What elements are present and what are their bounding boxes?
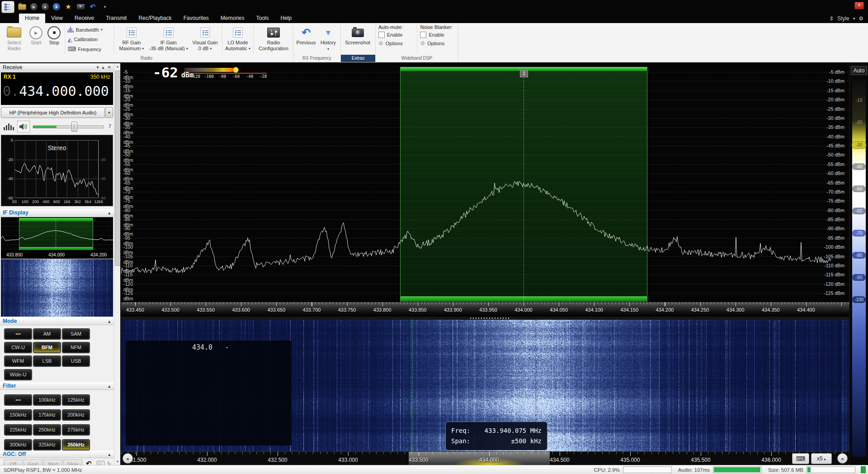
if-waterfall[interactable] (1, 259, 113, 317)
equalizer-icon[interactable] (4, 122, 14, 130)
tuned-frequency-digits[interactable]: 0.434.000.000 (3, 83, 111, 99)
collapse-icon[interactable]: ▴ (108, 318, 110, 326)
filter-button-150khz[interactable]: 150kHz (5, 410, 32, 420)
if-gain-button[interactable]: IF Gain -35 dB (Manual) ▾ (147, 24, 190, 55)
style-menu[interactable]: Style (837, 15, 849, 22)
colorbar-tick[interactable]: -100 (852, 296, 866, 303)
colorbar-tick[interactable]: -40 (852, 163, 866, 170)
filter-button-275khz[interactable]: 275kHz (62, 425, 90, 435)
tab-help[interactable]: Help (275, 14, 298, 23)
volume-slider[interactable] (33, 125, 104, 128)
colorbar-tick[interactable]: -10 (852, 97, 866, 104)
squiggle-icon[interactable]: ∿ (107, 460, 111, 465)
select-radio-button[interactable]: Select Radio (1, 24, 27, 55)
nav-scroll-left-button[interactable]: « (123, 453, 133, 464)
mode-button-lsb[interactable]: LSB (33, 356, 61, 366)
spectrum-display[interactable]: 1 -62dBm -120-100-80-60-40-20 -5 dBm-10 … (121, 63, 849, 317)
agc-button-off[interactable]: Off (4, 460, 23, 465)
palette-gradient-bar[interactable] (852, 79, 866, 457)
left-panel-scrollbar[interactable]: ▴ ▾ (114, 63, 120, 465)
note-icon[interactable] (97, 461, 104, 465)
collapse-icon[interactable]: ▴ (108, 383, 110, 390)
stop-button[interactable]: ■ Stop (45, 24, 63, 55)
mode-button-bfm[interactable]: BFM (33, 342, 61, 353)
settings-gear-icon[interactable]: ⚙ (859, 15, 863, 22)
scrollbar-thumb[interactable] (115, 71, 120, 266)
tab-memories[interactable]: Memories (215, 14, 250, 23)
noise-blanker-options-button[interactable]: ⚙ Options (419, 39, 456, 47)
colorbar-tick[interactable]: -90 (852, 274, 866, 281)
calibration-button[interactable]: ◭ Calibration (67, 35, 112, 43)
collapse-icon[interactable]: ▴ (108, 451, 110, 459)
collapse-icon[interactable]: ▴ (108, 209, 110, 217)
lo-mode-button[interactable]: LO Mode Automatic▾ (224, 24, 252, 55)
colorbar-tick[interactable]: -70 (852, 230, 866, 237)
stop-icon[interactable]: ■ (42, 3, 49, 10)
visual-gain-button[interactable]: Visual Gain 0 dB ▾ (190, 24, 221, 55)
undo-icon[interactable]: ↶ (89, 3, 97, 11)
scroll-dots-indicator[interactable] (470, 318, 511, 319)
colorbar-tick[interactable]: -20 (852, 119, 866, 126)
open-folder-icon[interactable] (18, 3, 26, 11)
play-icon[interactable]: ▶ (30, 3, 38, 10)
style-arrows-icon[interactable]: ⇕ (829, 15, 834, 22)
tab-view[interactable]: View (45, 14, 69, 23)
if-spectrum-chart[interactable] (1, 217, 113, 251)
mode-button-cwu[interactable]: CW-U (5, 342, 32, 353)
nav-scroll-right-button[interactable]: » (837, 453, 848, 464)
filter-button-350khz[interactable]: 350kHz (62, 440, 90, 450)
panel-collapse-icon[interactable]: ▴ (102, 63, 104, 71)
tab-transmit[interactable]: Transmit (100, 14, 132, 23)
mode-button-wfm[interactable]: WFM (5, 356, 32, 366)
screenshot-button[interactable]: Screenshot (342, 24, 373, 55)
rx-marker[interactable]: 1 (520, 70, 528, 77)
tab-favourites[interactable]: Favourites (178, 14, 215, 23)
filter-button-325khz[interactable]: 325kHz (33, 440, 61, 450)
filter-button-225khz[interactable]: 225kHz (5, 425, 32, 435)
rf-gain-button[interactable]: RF Gain Maximum ▾ (116, 24, 147, 55)
tab-receive[interactable]: Receive (69, 14, 100, 23)
filter-button-125khz[interactable]: 125kHz (62, 395, 90, 405)
add-icon[interactable]: + (53, 3, 60, 10)
audio-device-select[interactable]: HP (Périphérique High Definition Audio) (1, 107, 105, 118)
filter-button-200khz[interactable]: 200kHz (62, 410, 90, 420)
noise-blanker-enable-checkbox[interactable]: Enable (419, 31, 456, 38)
filter-button-more[interactable]: ••• (5, 395, 32, 405)
favourite-star-icon[interactable]: ★ (64, 3, 72, 11)
agc-button-fast[interactable]: Fast (24, 460, 42, 465)
back-arrow-icon[interactable]: ↶ (86, 460, 92, 465)
panel-menu-caret-icon[interactable]: ▾ (97, 63, 99, 71)
frequency-display[interactable]: RX 1 350 kHz 0.434.000.000 (1, 72, 113, 105)
mode-button-am[interactable]: AM (33, 329, 61, 339)
filter-button-300khz[interactable]: 300kHz (5, 440, 32, 450)
palette-auto-button[interactable]: Auto (851, 66, 867, 75)
frequency-button[interactable]: ⌨ Frequency (67, 45, 112, 53)
tab-tools[interactable]: Tools (250, 14, 275, 23)
qat-customize-caret-icon[interactable]: ▾ (101, 3, 109, 11)
volume-slider-handle[interactable] (71, 122, 77, 132)
colorbar-tick[interactable]: -60 (852, 208, 866, 214)
camera-icon[interactable] (76, 3, 85, 11)
tab-home[interactable]: Home (19, 14, 45, 23)
spectrum-frequency-scale[interactable]: 433.450433.500433.550433.600433.650433.7… (121, 302, 849, 317)
start-button[interactable]: ▶ Start (27, 24, 45, 55)
previous-button[interactable]: ↶ Previous (294, 24, 318, 55)
nav-keyboard-button[interactable]: ⌨ (792, 453, 809, 464)
filter-button-250khz[interactable]: 250kHz (33, 425, 61, 435)
nav-zoom-button[interactable]: x5 ▸ (811, 453, 832, 464)
mode-button-usb[interactable]: USB (62, 356, 90, 366)
waterfall-display[interactable]: 434.0 - Freq:433.940.075 MHz Span:±500 k… (121, 320, 849, 451)
panel-close-icon[interactable]: ✕ (108, 63, 111, 71)
auto-mute-enable-checkbox[interactable]: Enable (377, 31, 415, 38)
frequency-navigation-bar[interactable]: 431.500432.000432.500433.000433.500434.0… (121, 451, 849, 465)
app-menu-button[interactable] (1, 1, 14, 13)
filter-button-175khz[interactable]: 175kHz (33, 410, 61, 420)
radio-configuration-button[interactable]: Radio Configuration (255, 24, 292, 55)
mode-button-sam[interactable]: SAM (62, 329, 90, 339)
colorbar-tick[interactable]: -80 (852, 252, 866, 259)
filter-button-100khz[interactable]: 100kHz (33, 395, 61, 405)
history-button[interactable]: ▼ History ▾ (318, 24, 339, 55)
auto-mute-options-button[interactable]: ⚙ Options (377, 39, 415, 47)
scroll-down-icon[interactable]: ▾ (114, 459, 120, 465)
mode-button-wideu[interactable]: Wide-U (5, 370, 32, 380)
